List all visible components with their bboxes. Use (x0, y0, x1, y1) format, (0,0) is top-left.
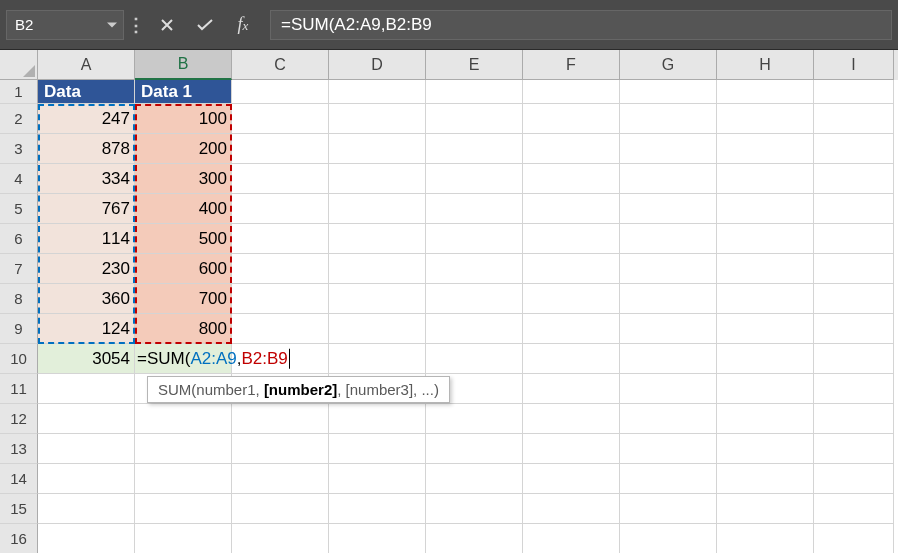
cell-D12[interactable] (329, 404, 426, 434)
cell-I3[interactable] (814, 134, 894, 164)
cell-G11[interactable] (620, 374, 717, 404)
column-header-G[interactable]: G (620, 50, 717, 80)
cell-G1[interactable] (620, 80, 717, 104)
cell-B1[interactable]: Data 1 (135, 80, 232, 104)
cell-F11[interactable] (523, 374, 620, 404)
cell-C3[interactable] (232, 134, 329, 164)
cell-H2[interactable] (717, 104, 814, 134)
insert-function-button[interactable]: fx (224, 10, 262, 40)
cell-A16[interactable] (38, 524, 135, 553)
cell-E4[interactable] (426, 164, 523, 194)
row-header-8[interactable]: 8 (0, 284, 38, 314)
column-header-F[interactable]: F (523, 50, 620, 80)
cell-H3[interactable] (717, 134, 814, 164)
cell-D9[interactable] (329, 314, 426, 344)
cell-G14[interactable] (620, 464, 717, 494)
cell-D7[interactable] (329, 254, 426, 284)
cell-H9[interactable] (717, 314, 814, 344)
cell-F1[interactable] (523, 80, 620, 104)
cell-I2[interactable] (814, 104, 894, 134)
cell-B16[interactable] (135, 524, 232, 553)
cell-D13[interactable] (329, 434, 426, 464)
cell-B2[interactable]: 100 (135, 104, 232, 134)
cell-B6[interactable]: 500 (135, 224, 232, 254)
row-header-16[interactable]: 16 (0, 524, 38, 553)
cell-A10[interactable]: 3054 (38, 344, 135, 374)
cell-D15[interactable] (329, 494, 426, 524)
cell-I4[interactable] (814, 164, 894, 194)
cell-E7[interactable] (426, 254, 523, 284)
column-header-B[interactable]: B (135, 50, 232, 80)
row-header-3[interactable]: 3 (0, 134, 38, 164)
cell-A9[interactable]: 124 (38, 314, 135, 344)
cell-D3[interactable] (329, 134, 426, 164)
cell-A13[interactable] (38, 434, 135, 464)
cell-C1[interactable] (232, 80, 329, 104)
cell-G16[interactable] (620, 524, 717, 553)
cell-I12[interactable] (814, 404, 894, 434)
cell-H16[interactable] (717, 524, 814, 553)
cell-E9[interactable] (426, 314, 523, 344)
cell-I11[interactable] (814, 374, 894, 404)
confirm-formula-button[interactable] (186, 10, 224, 40)
cell-G2[interactable] (620, 104, 717, 134)
cell-A4[interactable]: 334 (38, 164, 135, 194)
cell-C16[interactable] (232, 524, 329, 553)
cell-D10[interactable] (329, 344, 426, 374)
cell-H10[interactable] (717, 344, 814, 374)
cell-H1[interactable] (717, 80, 814, 104)
cell-F3[interactable] (523, 134, 620, 164)
cell-B14[interactable] (135, 464, 232, 494)
column-header-D[interactable]: D (329, 50, 426, 80)
cell-G12[interactable] (620, 404, 717, 434)
cell-B9[interactable]: 800 (135, 314, 232, 344)
cell-A14[interactable] (38, 464, 135, 494)
cell-D8[interactable] (329, 284, 426, 314)
cell-I14[interactable] (814, 464, 894, 494)
row-header-6[interactable]: 6 (0, 224, 38, 254)
cell-F14[interactable] (523, 464, 620, 494)
cell-I13[interactable] (814, 434, 894, 464)
cell-E12[interactable] (426, 404, 523, 434)
cell-G8[interactable] (620, 284, 717, 314)
row-header-1[interactable]: 1 (0, 80, 38, 104)
cell-B5[interactable]: 400 (135, 194, 232, 224)
cell-B4[interactable]: 300 (135, 164, 232, 194)
cell-F15[interactable] (523, 494, 620, 524)
cell-E8[interactable] (426, 284, 523, 314)
cell-D2[interactable] (329, 104, 426, 134)
cell-F7[interactable] (523, 254, 620, 284)
column-header-I[interactable]: I (814, 50, 894, 80)
cell-I7[interactable] (814, 254, 894, 284)
name-box[interactable]: B2 (6, 10, 124, 40)
name-box-dropdown-icon[interactable] (107, 22, 117, 27)
cell-D4[interactable] (329, 164, 426, 194)
column-header-H[interactable]: H (717, 50, 814, 80)
cell-H6[interactable] (717, 224, 814, 254)
cell-F12[interactable] (523, 404, 620, 434)
cell-A12[interactable] (38, 404, 135, 434)
cell-F4[interactable] (523, 164, 620, 194)
select-all-corner[interactable] (0, 50, 38, 80)
cell-C2[interactable] (232, 104, 329, 134)
cell-G13[interactable] (620, 434, 717, 464)
cell-E15[interactable] (426, 494, 523, 524)
row-header-7[interactable]: 7 (0, 254, 38, 284)
cell-E10[interactable] (426, 344, 523, 374)
cell-F16[interactable] (523, 524, 620, 553)
row-header-13[interactable]: 13 (0, 434, 38, 464)
cell-C6[interactable] (232, 224, 329, 254)
cell-E1[interactable] (426, 80, 523, 104)
row-header-10[interactable]: 10 (0, 344, 38, 374)
cell-C5[interactable] (232, 194, 329, 224)
cell-A8[interactable]: 360 (38, 284, 135, 314)
cell-I6[interactable] (814, 224, 894, 254)
cell-I15[interactable] (814, 494, 894, 524)
cell-G7[interactable] (620, 254, 717, 284)
row-header-14[interactable]: 14 (0, 464, 38, 494)
cancel-formula-button[interactable] (148, 10, 186, 40)
spreadsheet-grid[interactable]: ABCDEFGHI 12345678910111213141516 DataDa… (0, 50, 898, 553)
cell-H7[interactable] (717, 254, 814, 284)
cell-A2[interactable]: 247 (38, 104, 135, 134)
cell-B8[interactable]: 700 (135, 284, 232, 314)
